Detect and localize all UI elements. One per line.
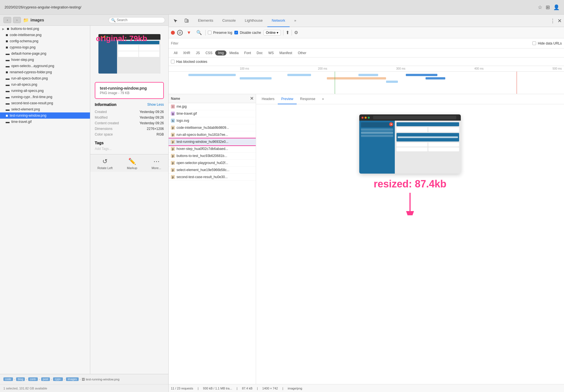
content-card — [428, 143, 459, 147]
type-filter-font[interactable]: Font — [241, 50, 254, 56]
list-item[interactable]: ▬ select-element.png — [0, 106, 90, 112]
tab-lighthouse[interactable]: Lighthouse — [240, 15, 267, 27]
list-item-selected[interactable]: ■ test-running-window.png — [0, 112, 90, 119]
top-bar-icons: ☆ ⊞ 👤 — [538, 4, 559, 10]
svg-rect-0 — [185, 19, 187, 22]
disable-cache-checkbox[interactable] — [234, 31, 238, 34]
filter-button[interactable]: ▼ — [185, 29, 193, 37]
cursor-icon-button[interactable] — [171, 16, 180, 25]
tags-input[interactable]: Add Tags... — [95, 147, 164, 151]
breadcrumb-images[interactable]: images — [66, 377, 78, 381]
preview-sidebar — [98, 40, 117, 74]
request-item-time-travel[interactable]: g time-travel.gif — [169, 110, 256, 117]
grid-icon[interactable]: ⊞ — [546, 4, 550, 10]
list-item[interactable]: ▬ open-selecto...ayground.png — [0, 63, 90, 69]
detail-tab-response[interactable]: Response — [297, 94, 319, 104]
file-name: run-all-specs.png — [11, 83, 37, 87]
request-item-buttons-to-test[interactable]: p buttons-to-test_huc93b620681b... — [169, 152, 256, 160]
file-name: running-all-specs.png — [11, 89, 44, 93]
list-item[interactable]: ▶ ■ buttons-to-test.png — [0, 26, 90, 32]
list-item[interactable]: ■ config-schema.png — [0, 38, 90, 44]
type-filter-xhr[interactable]: XHR — [180, 50, 193, 56]
blocked-cookies-checkbox[interactable] — [171, 60, 175, 63]
devtools-kebab-menu[interactable]: ⋮ — [550, 18, 555, 24]
tab-more[interactable]: » — [290, 15, 301, 27]
request-item-logo[interactable]: s logo.svg — [169, 117, 256, 124]
list-item[interactable]: ▬ running-cypr...first-time.png — [0, 94, 90, 100]
detail-tab-more[interactable]: » — [319, 94, 327, 104]
content-card — [396, 127, 428, 132]
request-name: second-test-case-result_hu0e30... — [177, 175, 254, 179]
breadcrumb-code[interactable]: code — [3, 377, 13, 381]
list-item[interactable]: ▬ run-all-specs.png — [0, 81, 90, 88]
type-filter-js[interactable]: JS — [193, 50, 203, 56]
file-icon: ■ — [7, 26, 9, 31]
throttle-chevron-icon: ▾ — [277, 31, 278, 35]
type-filter-media[interactable]: Media — [226, 50, 241, 56]
type-filter-doc[interactable]: Doc — [254, 50, 265, 56]
list-item[interactable]: ▬ hover-step.png — [0, 57, 90, 63]
type-filter-all[interactable]: All — [171, 50, 180, 56]
content-grid-bottom — [396, 143, 459, 151]
request-item-hover-step[interactable]: p hover-step_hua0f02c7db6abaed... — [169, 145, 256, 152]
request-item-test-running-selected[interactable]: p test-running-window_hu96932e0... — [169, 138, 256, 145]
file-icon: ▬ — [6, 101, 10, 105]
preserve-log-checkbox[interactable] — [208, 31, 211, 34]
request-item-select-element[interactable]: p select-element_hue19e5966b58c... — [169, 167, 256, 174]
hide-data-urls-checkbox[interactable] — [532, 41, 536, 45]
device-icon-button[interactable] — [182, 16, 191, 25]
breadcrumb-blog[interactable]: blog — [16, 377, 25, 381]
request-item-run-all-specs[interactable]: p run-all-specs-button_hu181b7ee... — [169, 131, 256, 138]
show-less-button[interactable]: Show Less — [147, 103, 164, 107]
devtools-close-button[interactable]: ✕ — [558, 18, 562, 24]
type-filter-css[interactable]: CSS — [203, 50, 215, 56]
type-filter-img[interactable]: Img — [215, 50, 226, 56]
finder-back-button[interactable]: ‹ — [3, 17, 11, 23]
markup-button[interactable]: ✏️ Markup — [127, 158, 137, 170]
more-button[interactable]: ⋯ More... — [151, 158, 161, 170]
request-item-code-intellisense[interactable]: p code-intellisense_hu3dab9b9809... — [169, 124, 256, 131]
list-item[interactable]: ▬ running-all-specs.png — [0, 88, 90, 94]
tab-network[interactable]: Network — [267, 15, 290, 27]
request-type-icon: p — [171, 147, 175, 151]
tab-console[interactable]: Console — [218, 15, 240, 27]
throttle-select[interactable]: Online ▾ — [263, 30, 281, 36]
file-name: select-element.png — [11, 107, 40, 111]
star-icon[interactable]: ☆ — [538, 4, 542, 10]
content-header — [396, 122, 459, 126]
preview-card — [139, 51, 159, 57]
detail-tab-preview[interactable]: Preview — [278, 94, 297, 104]
settings-icon[interactable]: ⚙ — [294, 30, 298, 35]
block-button[interactable]: ⊘ — [177, 30, 183, 36]
breadcrumb-post[interactable]: post — [41, 377, 50, 381]
type-filter-other[interactable]: Other — [295, 50, 309, 56]
list-item[interactable]: ■ code-intellisense.png — [0, 32, 90, 38]
rotate-left-button[interactable]: ↺ Rotate Left — [97, 158, 113, 170]
search-button[interactable]: 🔍 — [195, 29, 203, 37]
filter-input[interactable] — [181, 41, 530, 45]
breadcrumb-cont[interactable]: cont› — [28, 377, 38, 381]
list-item[interactable]: ■ renamed-cypress-folder.png — [0, 69, 90, 75]
list-item[interactable]: ▬ run-all-specs-button.png — [0, 75, 90, 81]
request-item-me-jpg[interactable]: i me.jpg — [169, 103, 256, 110]
type-filter-ws[interactable]: WS — [265, 50, 276, 56]
finder-search[interactable]: 🔍 — [109, 17, 165, 23]
upload-icon[interactable]: ⬆ — [286, 30, 289, 35]
type-filter-manifest[interactable]: Manifest — [277, 50, 295, 56]
list-item[interactable]: ■ cypress-logo.png — [0, 44, 90, 50]
record-button[interactable] — [171, 31, 175, 35]
search-input[interactable] — [117, 18, 162, 22]
list-item[interactable]: ▬ default-home-page.png — [0, 50, 90, 57]
user-icon[interactable]: 👤 — [553, 4, 559, 10]
breadcrumb-cypr[interactable]: cypr› — [53, 377, 63, 381]
tab-elements[interactable]: Elements — [193, 15, 218, 27]
close-panel-button[interactable]: ✕ — [250, 96, 254, 101]
detail-tab-headers[interactable]: Headers — [258, 94, 278, 104]
list-item[interactable]: ▬ time-travel.gif — [0, 119, 90, 125]
list-item[interactable]: ▬ second-test-case-result.png — [0, 100, 90, 106]
request-item-second-test[interactable]: p second-test-case-result_hu0e30... — [169, 174, 256, 181]
request-item-open-selector[interactable]: p open-selector-playground_hu02f... — [169, 160, 256, 167]
info-header: Information Show Less — [95, 102, 164, 107]
finder-forward-button[interactable]: › — [13, 17, 21, 23]
requests-name-column: Name — [171, 97, 180, 101]
